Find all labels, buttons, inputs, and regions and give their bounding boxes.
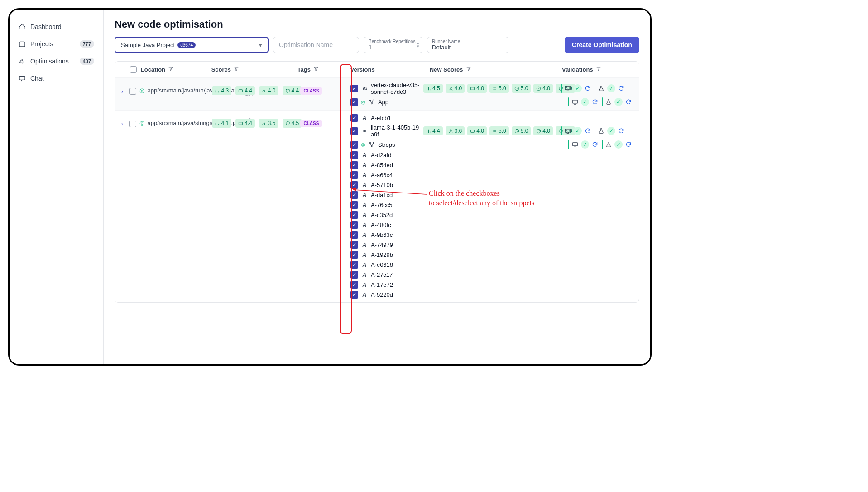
version-item: ✓ A A-27c17 [350,271,633,279]
machine-icon[interactable] [571,140,579,149]
artflow-icon: A [361,262,368,268]
nav-label: Projects [30,40,53,48]
version-checkbox[interactable]: ✓ [350,127,358,135]
row-checkbox[interactable] [129,88,136,95]
artflow-icon: A [361,162,368,169]
score-chip: 4.1 [212,119,231,128]
select-all-checkbox[interactable] [130,66,137,73]
nav-dashboard[interactable]: Dashboard [16,19,97,34]
version-checkbox[interactable]: ✓ [350,221,358,229]
version-label: A-480fc [371,222,421,228]
nav-chat[interactable]: Chat [16,71,97,86]
version-item: ✓ ∞ llama-3-1-405b-19a9f 4.43.64.05.05.0… [350,124,633,138]
refresh-icon[interactable] [624,140,633,149]
versions-list: ✓ A\ vertex-claude-v35-sonnet-c7dc3 4.54… [350,82,633,106]
project-select[interactable]: Sample Java Project d3674 ▾ [115,37,269,53]
stepper-icon[interactable]: ▴▾ [417,42,419,48]
calendar-icon [19,40,26,48]
svg-point-9 [373,100,374,101]
refresh-icon[interactable] [617,127,625,135]
version-checkbox[interactable]: ✓ [350,98,358,106]
version-label: Strops [378,141,428,148]
version-label: A-76cc5 [371,202,421,208]
optimisation-name-input[interactable]: Optimisation Name [273,37,359,53]
version-checkbox[interactable]: ✓ [350,261,358,269]
filter-icon[interactable] [466,66,471,73]
svg-rect-2 [239,89,243,92]
version-label: A-74979 [371,241,421,248]
nav-projects[interactable]: Projects 777 [16,37,97,51]
filter-icon[interactable] [168,66,173,73]
chat-icon [19,75,26,82]
tag-chip: CLASS [300,120,322,127]
artflow-icon: A [361,232,368,238]
svg-rect-11 [573,100,578,103]
score-chip: 5.0 [512,126,531,135]
flask-icon[interactable] [597,127,605,135]
col-location: Location [141,66,165,73]
benchmark-repetitions-input[interactable]: Benchmark Repetitions 1 ▴▾ [364,37,422,53]
refresh-icon[interactable] [584,127,592,135]
machine-icon[interactable] [571,98,579,106]
version-checkbox[interactable]: ✓ [350,181,358,189]
machine-icon[interactable] [564,84,572,92]
check-icon: ✓ [581,140,589,149]
svg-point-3 [450,87,451,88]
version-checkbox[interactable]: ✓ [350,231,358,239]
version-checkbox[interactable]: ✓ [350,201,358,209]
row-checkbox[interactable] [129,121,136,127]
version-checkbox[interactable]: ✓ [350,281,358,289]
score-chip: 5.0 [489,84,509,93]
version-checkbox[interactable]: ✓ [350,141,358,149]
expand-icon[interactable]: › [121,121,123,127]
artflow-icon: A [361,292,368,298]
nav-badge: 777 [80,40,94,48]
version-checkbox[interactable]: ✓ [350,161,358,169]
artflow-icon: A [361,182,368,188]
main-content: New code optimisation Sample Java Projec… [104,10,650,364]
refresh-icon[interactable] [591,98,599,106]
flask-icon[interactable] [597,84,605,92]
version-checkbox[interactable]: ✓ [350,114,358,122]
version-checkbox[interactable]: ✓ [350,211,358,219]
refresh-icon[interactable] [591,140,599,149]
version-checkbox[interactable]: ✓ [350,241,358,249]
artflow-icon: A [361,202,368,208]
nav-optimisations[interactable]: Optimisations 407 [16,54,97,68]
score-chip: 5.0 [512,84,531,93]
version-checkbox[interactable]: ✓ [350,85,358,92]
success-icon: ◎ [361,142,365,148]
check-icon: ✓ [614,140,623,149]
version-checkbox[interactable]: ✓ [350,271,358,279]
success-icon: ◎ [139,120,144,127]
runner-name-input[interactable]: Runner Name Default [427,37,508,53]
artflow-icon: A [361,115,368,121]
version-checkbox[interactable]: ✓ [350,251,358,259]
refresh-icon[interactable] [584,84,592,92]
artflow-icon: A [361,222,368,228]
svg-rect-7 [566,87,571,90]
version-checkbox[interactable]: ✓ [350,151,358,159]
expand-icon[interactable]: › [121,88,123,95]
filter-icon[interactable] [596,66,601,73]
version-checkbox[interactable]: ✓ [350,171,358,179]
check-icon: ✓ [607,84,615,92]
version-checkbox[interactable]: ✓ [350,291,358,299]
version-item: ✓ A\ vertex-claude-v35-sonnet-c7dc3 4.54… [350,82,633,95]
score-chip: 3.5 [259,119,278,128]
filter-icon[interactable] [313,66,319,73]
machine-icon[interactable] [564,127,572,135]
table-header: Location Scores Tags Versions New Scores… [115,62,639,77]
score-chip: 5.0 [489,126,509,135]
node-icon [368,141,375,148]
filter-icon[interactable] [234,66,239,73]
version-item: ✓ A A-e0618 [350,261,633,269]
refresh-icon[interactable] [617,84,625,92]
svg-rect-14 [471,130,475,132]
flask-icon[interactable] [604,140,613,149]
flask-icon[interactable] [604,98,613,106]
home-icon [19,23,26,30]
version-label: A-c352d [371,212,421,218]
refresh-icon[interactable] [624,98,633,106]
create-optimisation-button[interactable]: Create Optimisation [565,37,639,53]
